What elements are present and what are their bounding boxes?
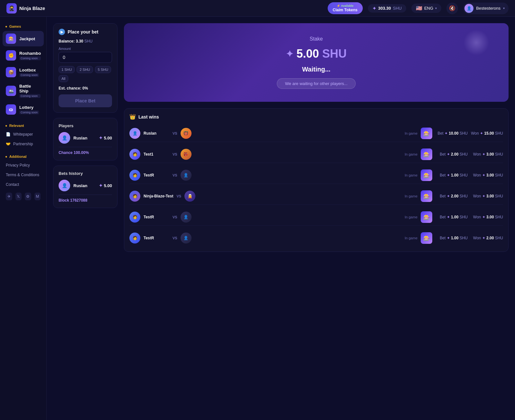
discord-icon[interactable]: ⚙ bbox=[25, 193, 31, 200]
bet-star-icon: ✦ bbox=[447, 152, 450, 157]
stake-panel: Stake ✦ 5.00 SHU Waiting... We are waiti… bbox=[124, 23, 509, 102]
jackpot-icon: 🎰 bbox=[6, 33, 16, 44]
win-player1-avatar: 👤 bbox=[129, 128, 140, 139]
win-player1-name: TestR bbox=[144, 236, 169, 240]
won-info: Won ✦ 3.00 SHU bbox=[471, 194, 503, 198]
vs-label: VS bbox=[173, 236, 177, 240]
sidebar: ● Games 🎰 Jackpot ✊ Roshambo Coming soon… bbox=[0, 17, 47, 420]
sidebar-item-lottery[interactable]: 🎟 Lottery Coming soon bbox=[3, 102, 44, 117]
logo-icon: 🥷 bbox=[6, 3, 17, 14]
bet-star-icon: ✦ bbox=[447, 194, 450, 198]
jackpot-label: Jackpot bbox=[19, 36, 35, 41]
sidebar-item-jackpot[interactable]: 🎰 Jackpot bbox=[3, 31, 44, 46]
mute-icon: 🔇 bbox=[449, 5, 455, 11]
won-info: Won ✦ 2.00 SHU bbox=[471, 236, 503, 240]
bet-info: Bet ✦ 10.00 SHU bbox=[435, 131, 468, 136]
amount-field: Amount bbox=[59, 47, 112, 63]
balance-currency-label: SHU bbox=[84, 39, 92, 43]
balance-currency: SHU bbox=[393, 6, 402, 11]
additional-dot-icon: ● bbox=[5, 155, 7, 158]
mute-button[interactable]: 🔇 bbox=[446, 3, 458, 14]
win-row: 🧑 TestR VS 👤 In game 🎰 Bet ✦ 1.00 SHU Wo… bbox=[129, 209, 503, 226]
vs-label: VS bbox=[173, 152, 177, 156]
block-row: Block 17627088 bbox=[59, 198, 112, 203]
game-thumbnail: 🎰 bbox=[421, 148, 432, 160]
amount-input[interactable] bbox=[59, 52, 112, 63]
crown-icon: 👑 bbox=[129, 114, 136, 120]
quick-bet-2shu[interactable]: 2 SHU bbox=[77, 66, 93, 73]
lootbox-label: Lootbox bbox=[19, 68, 39, 72]
whitepaper-icon: 📄 bbox=[6, 132, 11, 137]
chevron-down-icon: ▾ bbox=[435, 6, 437, 10]
amount-label: Amount bbox=[59, 47, 112, 51]
vs-label: VS bbox=[176, 194, 181, 198]
lootbox-icon: 📦 bbox=[6, 67, 16, 77]
win-player1-name: Test1 bbox=[144, 152, 169, 157]
player-name: Ruslan bbox=[73, 136, 87, 140]
vs-label: VS bbox=[173, 173, 177, 177]
win-player2-avatar: 👹 bbox=[181, 128, 192, 139]
sidebar-item-battleship[interactable]: 🚢 Battle Ship Coming soon bbox=[3, 81, 44, 100]
in-game-label: In game bbox=[401, 131, 417, 135]
won-info: Won ✦ 15.00 SHU bbox=[471, 131, 503, 136]
place-bet-button[interactable]: Place Bet bbox=[59, 94, 112, 107]
win-row: 🧑 Ninja-Blaze-Test VS 🧝 In game 🎰 Bet ✦ … bbox=[129, 188, 503, 205]
win-player1-name: Ninja-Blaze-Test bbox=[144, 194, 173, 198]
sidebar-item-whitepaper[interactable]: 📄 Whitepaper bbox=[3, 130, 44, 138]
medium-icon[interactable]: M bbox=[34, 193, 41, 200]
app-header: 🥷 Ninja Blaze ⚡ Available Claim Tokens ✦… bbox=[0, 0, 515, 17]
sidebar-item-privacy[interactable]: Privacy Policy bbox=[3, 161, 44, 169]
vs-label: VS bbox=[173, 131, 177, 135]
right-area: Stake ✦ 5.00 SHU Waiting... We are waiti… bbox=[124, 23, 509, 414]
chance-row: Chance 100.00% bbox=[59, 150, 112, 155]
sidebar-item-lootbox[interactable]: 📦 Lootbox Coming soon bbox=[3, 64, 44, 80]
in-game-label: In game bbox=[401, 152, 417, 156]
last-wins-title: Last wins bbox=[138, 114, 159, 119]
game-thumbnail: 🎰 bbox=[421, 232, 432, 244]
roshambo-label: Roshambo bbox=[19, 51, 41, 56]
partnership-icon: 🤝 bbox=[6, 142, 11, 146]
block-value: 17627088 bbox=[70, 198, 87, 203]
quick-bet-all[interactable]: All bbox=[59, 75, 68, 82]
stake-amount: ✦ 5.00 SHU bbox=[286, 47, 347, 61]
shu-star-icon: ✦ bbox=[372, 6, 376, 11]
app-body: ● Games 🎰 Jackpot ✊ Roshambo Coming soon… bbox=[0, 17, 515, 420]
wins-list: 👤 Ruslan VS 👹 In game 🎰 Bet ✦ 10.00 SHU … bbox=[129, 125, 503, 246]
in-game-label: In game bbox=[401, 173, 417, 177]
win-player2-avatar: 👤 bbox=[181, 233, 192, 243]
win-player1-avatar: 🧑 bbox=[129, 191, 140, 202]
user-name: Bestesterons bbox=[476, 6, 501, 11]
games-section-label: ● Games bbox=[3, 22, 44, 30]
won-star-icon: ✦ bbox=[482, 215, 485, 219]
history-amount: ✦ 5.00 bbox=[99, 183, 112, 188]
claim-label: Claim Tokens bbox=[333, 8, 358, 12]
sidebar-item-roshambo[interactable]: ✊ Roshambo Coming soon bbox=[3, 48, 44, 63]
win-player2-avatar: 👺 bbox=[181, 149, 192, 160]
game-thumbnail: 🎰 bbox=[421, 211, 432, 223]
sidebar-item-partnership[interactable]: 🤝 Partnership bbox=[3, 140, 44, 148]
player-row: 👤 Ruslan ✦ 5.00 bbox=[59, 132, 112, 144]
twitter-icon[interactable]: 𝕏 bbox=[15, 193, 22, 200]
waiting-text: Waiting... bbox=[302, 66, 330, 73]
stake-label: Stake bbox=[310, 36, 323, 42]
language-button[interactable]: 🇺🇸 ENG ▾ bbox=[411, 4, 441, 13]
quick-bet-5shu[interactable]: 5 SHU bbox=[95, 66, 111, 73]
logo-area: 🥷 Ninja Blaze bbox=[6, 3, 52, 14]
players-panel: Players 👤 Ruslan ✦ 5.00 Chance 100.00% bbox=[53, 118, 117, 160]
sidebar-item-contact[interactable]: Contact bbox=[3, 180, 44, 189]
user-chevron-icon: ▾ bbox=[503, 6, 505, 10]
last-wins-header: 👑 Last wins bbox=[129, 114, 503, 120]
win-player1-name: TestR bbox=[144, 215, 169, 219]
win-player1-avatar: 🧑 bbox=[129, 233, 140, 243]
sidebar-item-terms[interactable]: Terms & Conditions bbox=[3, 171, 44, 179]
history-avatar: 👤 bbox=[59, 180, 70, 191]
claim-tokens-button[interactable]: ⚡ Available Claim Tokens bbox=[328, 2, 363, 14]
quick-bet-1shu[interactable]: 1 SHU bbox=[59, 66, 75, 73]
bet-info: Bet ✦ 1.00 SHU bbox=[435, 173, 468, 177]
main-content: ▶ Place your bet Balance: 3.30 SHU Amoun… bbox=[47, 17, 515, 420]
vs-label: VS bbox=[173, 215, 177, 219]
user-area[interactable]: 👤 Bestesterons ▾ bbox=[463, 3, 509, 14]
telegram-icon[interactable]: ✈ bbox=[6, 193, 12, 200]
won-star-icon: ✦ bbox=[482, 173, 485, 177]
history-player-row: 👤 Ruslan ✦ 5.00 bbox=[59, 180, 112, 191]
